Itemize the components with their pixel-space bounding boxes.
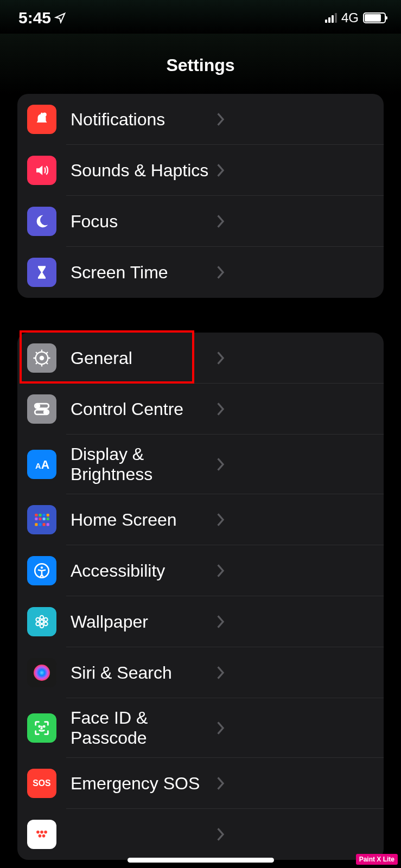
moon-icon: [27, 207, 56, 236]
svg-rect-16: [47, 518, 49, 520]
row-focus[interactable]: Focus: [17, 196, 384, 247]
app-grid-icon: [27, 505, 56, 534]
chevron-right-icon: [217, 266, 225, 279]
settings-group-1: Notifications Sounds & Haptics Focus Scr…: [17, 94, 384, 298]
face-id-icon: [27, 713, 56, 743]
row-label: Face ID & Passcode: [71, 708, 217, 748]
row-face-id[interactable]: Face ID & Passcode: [17, 698, 384, 758]
row-label: Home Screen: [71, 510, 217, 530]
row-siri[interactable]: Siri & Search: [17, 647, 384, 698]
svg-point-38: [42, 834, 46, 838]
hourglass-icon: [27, 258, 56, 287]
text-size-icon: AA: [27, 450, 56, 479]
row-label: Control Centre: [71, 399, 217, 419]
battery-icon: [363, 12, 386, 23]
chevron-right-icon: [217, 403, 225, 416]
row-exposure[interactable]: [17, 809, 384, 860]
svg-point-30: [34, 665, 50, 681]
status-left: 5:45: [18, 9, 66, 27]
status-bar: 5:45 4G: [0, 0, 401, 34]
row-label: Accessibility: [71, 561, 217, 581]
settings-group-2: General Control Centre AA Display & Brig…: [17, 333, 384, 860]
chevron-right-icon: [217, 564, 225, 577]
row-label: Sounds & Haptics: [71, 161, 217, 181]
row-emergency-sos[interactable]: SOS Emergency SOS: [17, 758, 384, 809]
toggles-icon: [27, 394, 56, 424]
svg-point-31: [39, 726, 40, 727]
speaker-icon: [27, 156, 56, 185]
chevron-right-icon: [217, 215, 225, 228]
gear-icon: [27, 343, 56, 373]
status-time: 5:45: [18, 9, 51, 27]
chevron-right-icon: [217, 722, 225, 735]
chevron-right-icon: [217, 615, 225, 628]
svg-rect-9: [35, 514, 37, 516]
svg-point-27: [44, 618, 48, 622]
svg-rect-20: [47, 523, 49, 526]
row-wallpaper[interactable]: Wallpaper: [17, 596, 384, 647]
svg-rect-14: [39, 518, 41, 520]
row-display[interactable]: AA Display & Brightness: [17, 435, 384, 494]
svg-point-35: [40, 831, 43, 834]
svg-rect-10: [39, 514, 41, 516]
chevron-right-icon: [217, 666, 225, 679]
chevron-right-icon: [217, 113, 225, 126]
row-label: Display & Brightness: [71, 444, 217, 484]
svg-rect-17: [35, 523, 37, 526]
location-icon: [54, 12, 66, 24]
person-circle-icon: [27, 556, 56, 585]
row-label: Siri & Search: [71, 663, 217, 683]
svg-point-34: [36, 831, 40, 834]
watermark: Paint X Lite: [356, 854, 398, 865]
row-control-centre[interactable]: Control Centre: [17, 384, 384, 435]
network-type: 4G: [341, 10, 359, 25]
svg-point-23: [40, 620, 44, 624]
svg-rect-13: [35, 518, 37, 520]
exposure-icon: [27, 820, 56, 849]
svg-point-2: [40, 356, 44, 361]
siri-orb-icon: [27, 658, 56, 687]
svg-rect-12: [47, 514, 49, 516]
svg-point-28: [36, 622, 40, 626]
svg-rect-18: [39, 523, 41, 526]
row-label: General: [71, 348, 217, 368]
svg-point-6: [44, 411, 47, 414]
svg-point-24: [40, 616, 44, 620]
svg-point-0: [42, 113, 47, 117]
svg-text:A: A: [41, 458, 49, 471]
row-notifications[interactable]: Notifications: [17, 94, 384, 145]
chevron-right-icon: [217, 458, 225, 471]
row-screen-time[interactable]: Screen Time: [17, 247, 384, 298]
svg-rect-15: [43, 518, 46, 520]
page-title: Settings: [0, 34, 401, 94]
svg-rect-11: [43, 514, 46, 516]
status-right: 4G: [325, 10, 386, 25]
row-accessibility[interactable]: Accessibility: [17, 545, 384, 596]
bell-icon: [27, 105, 56, 134]
svg-text:A: A: [35, 462, 41, 470]
chevron-right-icon: [217, 352, 225, 365]
chevron-right-icon: [217, 164, 225, 177]
svg-point-37: [39, 834, 42, 838]
svg-point-32: [43, 726, 44, 727]
row-label: Screen Time: [71, 263, 217, 283]
row-home-screen[interactable]: Home Screen: [17, 494, 384, 545]
svg-text:SOS: SOS: [33, 778, 50, 788]
row-label: Wallpaper: [71, 612, 217, 632]
row-label: Emergency SOS: [71, 774, 217, 794]
chevron-right-icon: [217, 777, 225, 790]
flower-icon: [27, 607, 56, 636]
row-label: Focus: [71, 212, 217, 232]
signal-icon: [325, 13, 337, 23]
svg-point-29: [44, 622, 48, 626]
sos-icon: SOS: [27, 769, 56, 798]
row-sounds[interactable]: Sounds & Haptics: [17, 145, 384, 196]
home-indicator[interactable]: [128, 858, 274, 863]
svg-point-4: [36, 405, 40, 408]
chevron-right-icon: [217, 513, 225, 526]
svg-point-36: [44, 831, 47, 834]
svg-point-22: [41, 566, 43, 569]
row-general[interactable]: General: [17, 333, 384, 384]
row-label: Notifications: [71, 110, 217, 130]
svg-point-25: [40, 624, 44, 628]
